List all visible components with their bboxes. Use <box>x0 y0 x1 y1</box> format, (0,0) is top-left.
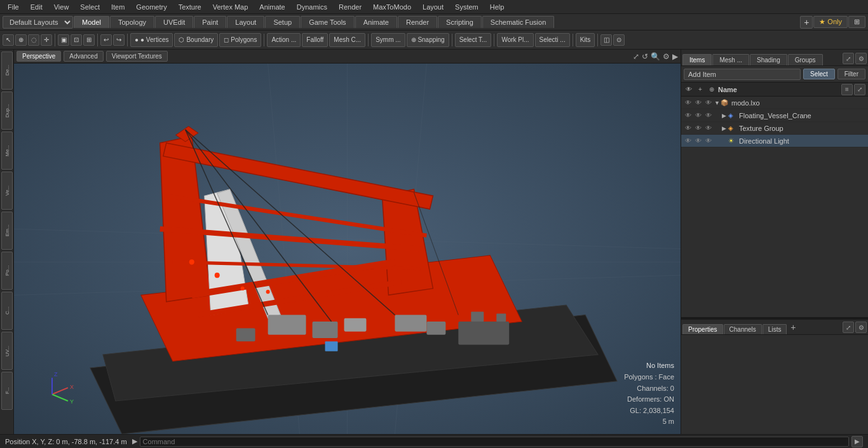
arrow-modo-lxo[interactable]: ▼ <box>714 100 721 106</box>
vp-reset-icon[interactable]: ↺ <box>642 52 648 61</box>
list-expand-icon[interactable]: ⤢ <box>854 84 865 95</box>
polygons-button[interactable]: ◻ Polygons <box>219 33 261 47</box>
vp-tab-perspective[interactable]: Perspective <box>17 51 61 62</box>
viewport[interactable]: Perspective Advanced Viewport Textures ⤢… <box>14 50 681 434</box>
menu-maxtomodo[interactable]: MaxToModo <box>368 2 416 12</box>
list-settings-icon[interactable]: ≡ <box>841 84 853 95</box>
tab-paint[interactable]: Paint <box>194 16 226 28</box>
only-button[interactable]: ★ Only <box>813 16 848 28</box>
tab-animate[interactable]: Animate <box>355 16 397 28</box>
panel-settings-icon[interactable]: ⚙ <box>855 53 867 64</box>
redo-icon[interactable]: ↪ <box>113 34 125 46</box>
merge-icon[interactable]: ⊞ <box>83 34 95 46</box>
new-icon[interactable]: ▣ <box>58 34 69 46</box>
tab-topology[interactable]: Topology <box>110 16 154 28</box>
vp-maximize-icon[interactable]: ⤢ <box>633 52 639 61</box>
selecti-button[interactable]: Selecti ... <box>535 33 570 47</box>
view-mode-icon[interactable]: ◫ <box>600 34 612 46</box>
command-submit-button[interactable]: ▶ <box>851 436 863 447</box>
prop-tab-lists[interactable]: Lists <box>763 324 787 334</box>
add-item-dropdown[interactable]: Add Item <box>684 69 801 80</box>
vis-icon-vessel[interactable]: 👁 <box>684 111 693 120</box>
vis-icon2-modo-lxo[interactable]: 👁 <box>694 98 703 107</box>
tab-items[interactable]: Items <box>682 54 712 65</box>
sidebar-item-uv[interactable]: UV... <box>1 332 13 370</box>
sidebar-item-mesh[interactable]: Me... <box>1 132 13 170</box>
action-button[interactable]: Action ... <box>267 33 301 47</box>
vp-tab-textures[interactable]: Viewport Textures <box>106 51 168 62</box>
vp-tab-advanced[interactable]: Advanced <box>64 51 103 62</box>
panel-expand-icon[interactable]: ⤢ <box>843 53 854 64</box>
vis-icon3-vessel[interactable]: 👁 <box>704 111 713 120</box>
menu-file[interactable]: File <box>3 2 24 12</box>
filter-button[interactable]: Filter <box>837 69 865 79</box>
falloff-button[interactable]: Falloff <box>302 33 328 47</box>
maximize-layout-button[interactable]: ⊞ <box>848 16 865 28</box>
tab-groups[interactable]: Groups <box>788 54 823 65</box>
menu-vertex-map[interactable]: Vertex Map <box>208 2 254 12</box>
tab-setup[interactable]: Setup <box>265 16 300 28</box>
sidebar-item-c[interactable]: C... <box>1 292 13 330</box>
tab-schematic-fusion[interactable]: Schematic Fusion <box>482 16 554 28</box>
vis-icon2-tg[interactable]: 👁 <box>694 124 703 133</box>
sidebar-item-vert[interactable]: Ve... <box>1 172 13 210</box>
select-t-button[interactable]: Select T... <box>455 33 492 47</box>
layout-dropdown[interactable]: Default Layouts <box>3 16 73 29</box>
tree-item-texture-group[interactable]: 👁 👁 👁 ▶ ◈ Texture Group <box>681 122 868 135</box>
vp-settings-icon[interactable]: ⚙ <box>663 52 670 61</box>
tree-item-modo-lxo[interactable]: 👁 👁 👁 ▼ 📦 modo.lxo <box>681 97 868 109</box>
vis-icon3-light[interactable]: 👁 <box>704 137 713 146</box>
vis-icon3-tg[interactable]: 👁 <box>704 124 713 133</box>
menu-layout[interactable]: Layout <box>417 2 449 12</box>
vis-icon-modo-lxo[interactable]: 👁 <box>684 98 693 107</box>
menu-help[interactable]: Help <box>485 2 510 12</box>
sidebar-item-poly[interactable]: Po... <box>1 252 13 290</box>
menu-render[interactable]: Render <box>334 2 367 12</box>
prop-tab-channels[interactable]: Channels <box>724 324 762 334</box>
menu-texture[interactable]: Texture <box>173 2 207 12</box>
select-button[interactable]: Select <box>803 69 835 79</box>
menu-dynamics[interactable]: Dynamics <box>292 2 332 12</box>
prop-settings-icon[interactable]: ⚙ <box>855 322 867 333</box>
arrow-vessel[interactable]: ▶ <box>722 112 728 119</box>
vertices-button[interactable]: ● ● Vertices <box>130 33 173 47</box>
settings-icon[interactable]: ⊙ <box>613 34 625 46</box>
vis-icon3-modo-lxo[interactable]: 👁 <box>704 98 713 107</box>
lasso-icon[interactable]: ◌ <box>28 34 39 46</box>
add-layout-button[interactable]: + <box>800 16 813 29</box>
prop-tab-properties[interactable]: Properties <box>682 324 723 334</box>
command-input[interactable] <box>140 437 849 447</box>
boundary-button[interactable]: ⬡ Boundary <box>174 33 218 47</box>
globe-icon[interactable]: ⊕ <box>15 34 27 46</box>
tab-shading[interactable]: Shading <box>750 54 787 65</box>
vis-icon2-light[interactable]: 👁 <box>694 137 703 146</box>
menu-geometry[interactable]: Geometry <box>131 2 172 12</box>
menu-view[interactable]: View <box>49 2 74 12</box>
transform-icon[interactable]: ✛ <box>41 34 52 46</box>
vp-search-icon[interactable]: 🔍 <box>651 52 660 61</box>
menu-item[interactable]: Item <box>106 2 130 12</box>
vp-expand-icon[interactable]: ▶ <box>672 52 678 61</box>
symm-button[interactable]: Symm ... <box>371 33 405 47</box>
menu-animate[interactable]: Animate <box>254 2 290 12</box>
sidebar-item-dup[interactable]: Dup... <box>1 92 13 130</box>
duplicate-icon[interactable]: ⊡ <box>71 34 82 46</box>
add-prop-tab-button[interactable]: + <box>787 322 799 333</box>
tab-render[interactable]: Render <box>398 16 437 28</box>
tree-item-light[interactable]: 👁 👁 👁 ☀ Directional Light <box>681 135 868 147</box>
select-icon[interactable]: ↖ <box>3 34 14 46</box>
kits-button[interactable]: Kits <box>576 33 595 47</box>
viewport-3d[interactable]: X Y Z No Items Polygons : Face Channels:… <box>14 64 681 434</box>
arrow-tg[interactable]: ▶ <box>722 125 728 132</box>
tab-layout[interactable]: Layout <box>227 16 264 28</box>
sidebar-item-em[interactable]: Em... <box>1 212 13 250</box>
tab-scripting[interactable]: Scripting <box>438 16 482 28</box>
undo-icon[interactable]: ↩ <box>100 34 112 46</box>
mesh-c-button[interactable]: Mesh C... <box>329 33 365 47</box>
tab-game-tools[interactable]: Game Tools <box>301 16 355 28</box>
snapping-button[interactable]: ⊕ Snapping <box>407 33 449 47</box>
vis-icon-tg[interactable]: 👁 <box>684 124 693 133</box>
vis-icon2-vessel[interactable]: 👁 <box>694 111 703 120</box>
prop-expand-icon[interactable]: ⤢ <box>843 322 854 333</box>
tab-model[interactable]: Model <box>74 16 109 28</box>
